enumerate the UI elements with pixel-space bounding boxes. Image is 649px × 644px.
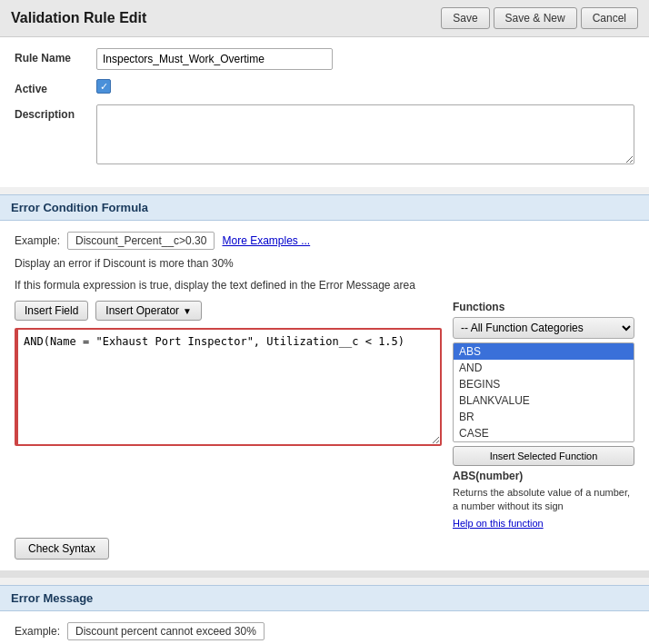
list-item[interactable]: ABS xyxy=(454,343,634,360)
main-form: Rule Name Active ✓ Description xyxy=(0,37,649,187)
info-line2: If this formula expression is true, disp… xyxy=(15,277,634,293)
fn-description: Returns the absolute value of a number, … xyxy=(453,486,634,514)
description-textarea[interactable] xyxy=(96,104,634,164)
error-example-row: Example: Discount percent cannot exceed … xyxy=(15,622,634,640)
formula-textarea[interactable]: AND(Name = "Exhaust Port Inspector", Uti… xyxy=(15,328,442,446)
list-item[interactable]: BR xyxy=(454,409,634,425)
save-new-button[interactable]: Save & New xyxy=(494,7,577,29)
insert-field-button[interactable]: Insert Field xyxy=(15,301,88,321)
description-row: Description xyxy=(15,104,634,167)
list-item[interactable]: AND xyxy=(454,360,634,376)
header-buttons: Save Save & New Cancel xyxy=(441,7,638,29)
active-row: Active ✓ xyxy=(15,79,634,95)
fn-signature: ABS(number) xyxy=(453,470,634,482)
functions-label: Functions xyxy=(453,301,634,313)
error-example-label: Example: xyxy=(15,625,60,638)
functions-panel: Functions -- All Function Categories ABS… xyxy=(453,301,634,529)
cancel-button[interactable]: Cancel xyxy=(581,7,638,29)
active-checkbox[interactable]: ✓ xyxy=(96,79,111,94)
active-label: Active xyxy=(15,79,96,95)
check-syntax-button[interactable]: Check Syntax xyxy=(15,538,109,560)
save-button[interactable]: Save xyxy=(441,7,489,29)
example-row: Example: Discount_Percent__c>0.30 More E… xyxy=(15,232,634,250)
error-condition-header: Error Condition Formula xyxy=(0,194,649,221)
rule-name-label: Rule Name xyxy=(15,48,96,64)
error-message-header: Error Message xyxy=(0,585,649,611)
formula-area: Insert Field Insert Operator ▼ AND(Name … xyxy=(15,301,634,529)
info-line1: Display an error if Discount is more tha… xyxy=(15,255,634,272)
example-value: Discount_Percent__c>0.30 xyxy=(67,232,215,250)
formula-button-row: Insert Field Insert Operator ▼ xyxy=(15,301,442,321)
rule-name-control xyxy=(96,48,634,70)
example-label: Example: xyxy=(15,234,60,247)
error-condition-body: Example: Discount_Percent__c>0.30 More E… xyxy=(0,221,649,570)
help-link[interactable]: Help on this function xyxy=(453,518,634,529)
page-title: Validation Rule Edit xyxy=(11,10,146,26)
list-item[interactable]: CASE xyxy=(454,425,634,441)
active-control: ✓ xyxy=(96,79,634,94)
more-examples-link[interactable]: More Examples ... xyxy=(222,234,310,247)
list-item[interactable]: BEGINS xyxy=(454,376,634,392)
description-control xyxy=(96,104,634,167)
error-message-body: Example: Discount percent cannot exceed … xyxy=(0,611,649,644)
functions-list[interactable]: ABS AND BEGINS BLANKVALUE BR CASE xyxy=(453,342,634,442)
rule-name-row: Rule Name xyxy=(15,48,634,70)
formula-left: Insert Field Insert Operator ▼ AND(Name … xyxy=(15,301,442,529)
description-label: Description xyxy=(15,104,96,121)
insert-operator-button[interactable]: Insert Operator ▼ xyxy=(95,301,202,321)
insert-function-button[interactable]: Insert Selected Function xyxy=(453,446,634,466)
list-item[interactable]: BLANKVALUE xyxy=(454,392,634,409)
page-header: Validation Rule Edit Save Save & New Can… xyxy=(0,0,649,37)
error-example-value: Discount percent cannot exceed 30% xyxy=(67,622,265,640)
functions-dropdown[interactable]: -- All Function Categories xyxy=(453,317,634,339)
chevron-down-icon: ▼ xyxy=(183,306,192,316)
section-separator xyxy=(0,570,649,578)
rule-name-input[interactable] xyxy=(96,48,333,70)
